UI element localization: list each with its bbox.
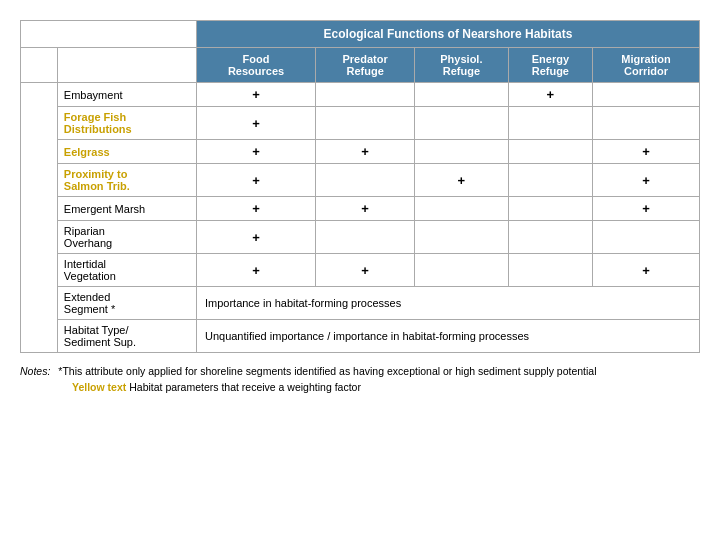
data-cell: [415, 140, 508, 164]
data-cell: [415, 254, 508, 287]
table-row: IntertidalVegetation+++: [21, 254, 700, 287]
data-cell: +: [593, 140, 700, 164]
data-cell: [508, 107, 593, 140]
row-label: Forage FishDistributions: [57, 107, 196, 140]
data-cell: [508, 140, 593, 164]
col-header-energy: EnergyRefuge: [508, 48, 593, 83]
data-cell: +: [593, 197, 700, 221]
notes-label: Notes:: [20, 365, 50, 377]
data-cell: [415, 107, 508, 140]
data-cell: [593, 107, 700, 140]
data-cell: [593, 83, 700, 107]
data-cell: +: [196, 197, 315, 221]
row-label: Eelgrass: [57, 140, 196, 164]
row-label: RiparianOverhang: [57, 221, 196, 254]
table-header-main: Ecological Functions of Nearshore Habita…: [21, 21, 700, 48]
data-cell: [316, 83, 415, 107]
data-cell: +: [196, 107, 315, 140]
data-cell: [415, 83, 508, 107]
col-header-predator: PredatorRefuge: [316, 48, 415, 83]
data-cell: +: [196, 83, 315, 107]
notes-line-1: *This attribute only applied for shoreli…: [58, 365, 596, 377]
data-cell: +: [196, 254, 315, 287]
data-cell: [508, 164, 593, 197]
data-cell: +: [593, 254, 700, 287]
table-row: Forage FishDistributions+: [21, 107, 700, 140]
table-row: Beneficial Habitat ParametersEmbayment++: [21, 83, 700, 107]
notes-line-2: Habitat parameters that receive a weight…: [129, 381, 361, 393]
data-cell: [316, 221, 415, 254]
data-cell: +: [508, 83, 593, 107]
data-cell: +: [593, 164, 700, 197]
span-cell: Importance in habitat-forming processes: [196, 287, 699, 320]
data-cell: [415, 221, 508, 254]
data-cell: +: [196, 221, 315, 254]
data-cell: [415, 197, 508, 221]
row-label: Proximity toSalmon Trib.: [57, 164, 196, 197]
row-label: Embayment: [57, 83, 196, 107]
data-cell: +: [316, 140, 415, 164]
col-header-migration: MigrationCorridor: [593, 48, 700, 83]
row-group-header: Beneficial Habitat Parameters: [21, 83, 58, 353]
table-row: Habitat Type/Sediment Sup.Unquantified i…: [21, 320, 700, 353]
data-cell: +: [196, 140, 315, 164]
data-cell: [508, 197, 593, 221]
row-label: Emergent Marsh: [57, 197, 196, 221]
table-row: Proximity toSalmon Trib.+++: [21, 164, 700, 197]
data-cell: +: [316, 197, 415, 221]
yellow-text-label: Yellow text: [72, 381, 126, 393]
col-header-food: FoodResources: [196, 48, 315, 83]
table-row: Eelgrass+++: [21, 140, 700, 164]
main-table: Ecological Functions of Nearshore Habita…: [20, 20, 700, 353]
notes-section: Notes: *This attribute only applied for …: [20, 365, 700, 393]
data-cell: [508, 254, 593, 287]
table-header-cols: FoodResources PredatorRefuge Physiol.Ref…: [21, 48, 700, 83]
data-cell: +: [415, 164, 508, 197]
col-header-physiol: Physiol.Refuge: [415, 48, 508, 83]
row-label: Habitat Type/Sediment Sup.: [57, 320, 196, 353]
row-label: IntertidalVegetation: [57, 254, 196, 287]
data-cell: +: [196, 164, 315, 197]
row-label: ExtendedSegment *: [57, 287, 196, 320]
data-cell: [316, 164, 415, 197]
table-row: Emergent Marsh+++: [21, 197, 700, 221]
main-header-cell: Ecological Functions of Nearshore Habita…: [196, 21, 699, 48]
span-cell: Unquantified importance / importance in …: [196, 320, 699, 353]
data-cell: [316, 107, 415, 140]
table-row: ExtendedSegment *Importance in habitat-f…: [21, 287, 700, 320]
data-cell: [593, 221, 700, 254]
table-row: RiparianOverhang+: [21, 221, 700, 254]
data-cell: [508, 221, 593, 254]
data-cell: +: [316, 254, 415, 287]
